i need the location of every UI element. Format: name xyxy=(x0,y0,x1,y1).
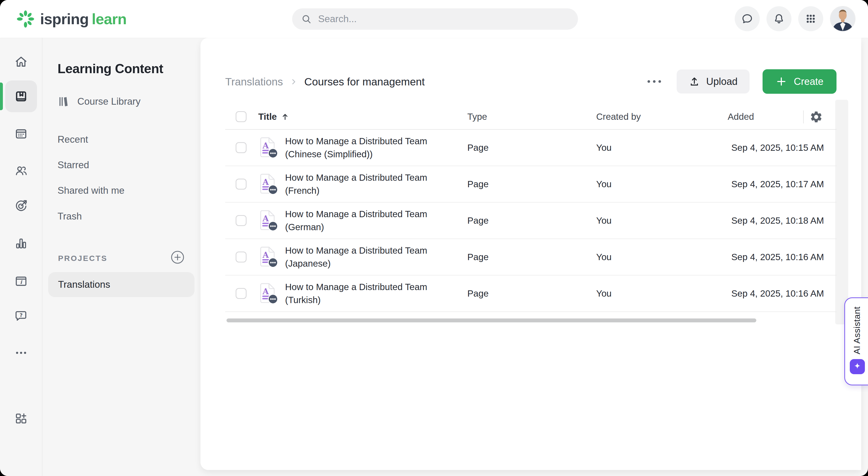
nav-calendar[interactable] xyxy=(5,118,37,149)
row-created-by: You xyxy=(596,143,612,153)
column-header-title[interactable]: Title xyxy=(258,112,289,122)
logo-brand: ispring xyxy=(40,10,89,28)
table-header-row: Title Type Created by Added xyxy=(225,104,837,130)
svg-text:A: A xyxy=(262,214,269,223)
sidebar-item-label: Course Library xyxy=(77,96,141,107)
row-checkbox[interactable] xyxy=(236,288,247,299)
app-window: ispringlearn xyxy=(0,0,868,476)
horizontal-scrollbar[interactable] xyxy=(226,319,756,322)
table-row[interactable]: A How to Manage a Distributed Team (Chin… xyxy=(225,130,837,166)
ai-assistant-tab[interactable]: AI Assistant xyxy=(844,297,868,385)
row-title[interactable]: How to Manage a Distributed Team (French… xyxy=(285,171,427,197)
topbar-actions xyxy=(735,6,856,31)
row-checkbox[interactable] xyxy=(236,215,247,226)
panel-title: Learning Content xyxy=(58,61,163,76)
search-input[interactable] xyxy=(318,13,569,25)
sidebar-item-trash[interactable]: Trash xyxy=(58,211,82,222)
row-title[interactable]: How to Manage a Distributed Team (Turkis… xyxy=(285,280,427,306)
plus-icon xyxy=(776,76,787,87)
row-added-date: Sep 4, 2025, 10:17 AM xyxy=(731,179,824,189)
sidebar-item-shared-with-me[interactable]: Shared with me xyxy=(58,185,124,196)
table-row[interactable]: A How to Manage a Distributed Team (Japa… xyxy=(225,239,837,275)
row-type: Page xyxy=(467,143,489,153)
course-library-icon xyxy=(58,95,69,108)
svg-text:?: ? xyxy=(20,312,23,318)
sidebar-item-course-library[interactable]: Course Library xyxy=(58,95,141,108)
row-type: Page xyxy=(467,215,489,226)
row-title[interactable]: How to Manage a Distributed Team (German… xyxy=(285,208,427,234)
nav-more[interactable] xyxy=(5,337,37,369)
svg-text:A: A xyxy=(262,287,269,296)
table-vertical-scrollbar[interactable] xyxy=(835,100,848,324)
ai-assistant-label: AI Assistant xyxy=(852,306,862,354)
table-row[interactable]: A How to Manage a Distributed Team (Turk… xyxy=(225,275,837,312)
add-ons-icon xyxy=(14,411,28,425)
select-all-checkbox[interactable] xyxy=(236,111,247,122)
gear-icon xyxy=(809,110,823,124)
column-settings-button[interactable] xyxy=(809,110,823,124)
nav-learning-content[interactable] xyxy=(5,81,37,112)
global-search[interactable] xyxy=(292,8,578,30)
messages-button[interactable] xyxy=(735,6,760,31)
nav-add-ons[interactable] xyxy=(5,403,37,434)
learning-content-book-icon xyxy=(14,89,28,103)
user-avatar[interactable] xyxy=(830,6,856,31)
ispring-flower-icon xyxy=(16,10,35,28)
add-project-button[interactable] xyxy=(170,250,185,265)
chat-icon xyxy=(741,12,753,25)
sidebar-item-translations[interactable]: Translations xyxy=(48,272,194,297)
row-added-date: Sep 4, 2025, 10:15 AM xyxy=(731,143,824,153)
row-type: Page xyxy=(467,252,489,262)
reports-bar-chart-icon xyxy=(14,236,28,250)
page-document-icon: A xyxy=(258,246,278,268)
people-icon xyxy=(14,163,28,178)
table-row[interactable]: A How to Manage a Distributed Team (Fren… xyxy=(225,166,837,203)
header-divider xyxy=(803,111,804,123)
row-added-date: Sep 4, 2025, 10:16 AM xyxy=(731,288,824,299)
top-bar: ispringlearn xyxy=(0,0,868,38)
table-row[interactable]: A How to Manage a Distributed Team (Germ… xyxy=(225,203,837,239)
breadcrumb-current: Courses for management xyxy=(304,76,425,88)
goals-target-icon xyxy=(14,199,28,213)
breadcrumb: Translations Courses for management xyxy=(225,74,425,90)
create-button[interactable]: Create xyxy=(763,69,837,94)
page-document-icon: A xyxy=(258,173,278,195)
logo-text: ispringlearn xyxy=(40,10,127,28)
upload-button[interactable]: Upload xyxy=(677,69,749,93)
search-icon xyxy=(301,13,312,25)
svg-text:i: i xyxy=(20,279,22,285)
breadcrumb-translations[interactable]: Translations xyxy=(225,76,283,88)
nav-people[interactable] xyxy=(5,155,37,186)
notifications-button[interactable] xyxy=(767,6,792,31)
sidebar-item-starred[interactable]: Starred xyxy=(58,159,89,171)
chevron-right-icon xyxy=(290,78,298,86)
nav-reports[interactable] xyxy=(5,228,37,259)
plus-circle-icon xyxy=(170,250,185,265)
toolbar: Upload Create xyxy=(645,69,837,94)
row-title[interactable]: How to Manage a Distributed Team (Chines… xyxy=(285,135,427,161)
ispring-learn-logo[interactable]: ispringlearn xyxy=(16,0,127,38)
content-table: Title Type Created by Added xyxy=(225,104,837,312)
row-checkbox[interactable] xyxy=(236,142,247,153)
ellipsis-icon xyxy=(648,80,650,83)
upload-icon xyxy=(689,76,700,87)
nav-help[interactable]: ? xyxy=(5,300,37,332)
column-header-added[interactable]: Added xyxy=(728,112,754,122)
row-checkbox[interactable] xyxy=(236,251,247,263)
nav-home[interactable] xyxy=(5,46,37,78)
row-created-by: You xyxy=(596,215,612,226)
column-header-created-by[interactable]: Created by xyxy=(596,112,641,122)
column-header-type[interactable]: Type xyxy=(467,112,487,122)
apps-grid-icon xyxy=(805,13,817,25)
more-options-button[interactable] xyxy=(645,75,663,88)
row-created-by: You xyxy=(596,252,612,262)
apps-button[interactable] xyxy=(798,6,823,31)
row-type: Page xyxy=(467,179,489,189)
row-checkbox[interactable] xyxy=(236,179,247,189)
row-created-by: You xyxy=(596,288,612,299)
sidebar-item-recent[interactable]: Recent xyxy=(58,134,88,145)
nav-kiosk[interactable]: i xyxy=(5,265,37,297)
nav-goals[interactable] xyxy=(5,190,37,221)
logo-product: learn xyxy=(92,10,127,28)
row-title[interactable]: How to Manage a Distributed Team (Japane… xyxy=(285,244,427,270)
